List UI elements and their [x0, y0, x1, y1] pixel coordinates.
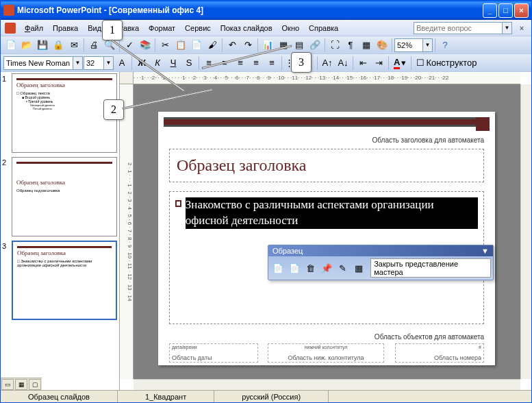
maximize-button[interactable]: □: [498, 3, 513, 18]
thumbnail-pane[interactable]: 1 Образец заголовка □ Образец текста ■ В…: [1, 72, 120, 390]
underline-icon[interactable]: Ч: [166, 56, 181, 71]
view-buttons: ▭ ▦ ▢: [1, 378, 42, 390]
format-painter-icon[interactable]: 🖌: [205, 38, 220, 53]
zoom-combo[interactable]: ▼: [394, 38, 433, 52]
email-icon[interactable]: ✉: [66, 38, 81, 53]
tables-borders-icon[interactable]: ▤: [292, 38, 307, 53]
inc-indent-icon[interactable]: ⇥: [371, 56, 386, 71]
slideshow-view-icon[interactable]: ▢: [29, 379, 41, 390]
grid-icon[interactable]: ▦: [359, 38, 374, 53]
sorter-view-icon[interactable]: ▦: [15, 379, 27, 390]
menu-edit[interactable]: Правка: [48, 23, 83, 34]
footer-placeholder[interactable]: нижний колонтитулОбласть ниж. колонтитул…: [268, 343, 384, 363]
status-language[interactable]: русский (Россия): [214, 391, 329, 402]
thumbnail-3[interactable]: Образец заголовка □ Знакомство с различн…: [12, 241, 117, 320]
show-format-icon[interactable]: ¶: [343, 38, 358, 53]
save-icon[interactable]: 💾: [35, 38, 50, 53]
window-title: Microsoft PowerPoint - [Современный офис…: [17, 5, 483, 15]
help-search-input[interactable]: [414, 22, 503, 34]
date-placeholder[interactable]: дата/времяОбласть даты: [169, 343, 258, 363]
formatting-toolbar: ▼ ▼ A Ж К Ч S ≡ ≡ ≡ ≡ ≡ ⋮≡ •≡ A↑ A↓ ⇤ ⇥ …: [1, 54, 531, 72]
app-icon: [3, 5, 14, 16]
master-toolbar-title: Образец: [273, 247, 303, 255]
statusbar: Образец слайдов 1_Квадрант русский (Росс…: [1, 390, 531, 402]
titlebar: Microsoft PowerPoint - [Современный офис…: [1, 1, 531, 20]
font-name-combo[interactable]: ▼: [3, 56, 83, 70]
menu-format[interactable]: Формат: [144, 23, 180, 34]
dec-indent-icon[interactable]: ⇤: [355, 56, 370, 71]
delete-master-icon[interactable]: 🗑: [303, 260, 318, 276]
title-placeholder[interactable]: Образец заголовка: [169, 149, 484, 182]
mdi-close-button[interactable]: ×: [516, 23, 527, 34]
status-design: 1_Квадрант: [118, 391, 214, 402]
scrollbar-vertical[interactable]: [520, 84, 531, 379]
thumb-number: 3: [2, 241, 12, 320]
thumbnail-1[interactable]: Образец заголовка □ Образец текста ■ Вто…: [12, 73, 117, 153]
callout-1: 1: [102, 20, 123, 40]
ruler-horizontal[interactable]: · · ·1· · ·2· · ·1· · · · · ·1· · ·2· · …: [134, 72, 520, 84]
cut-icon[interactable]: ✂: [157, 38, 173, 53]
new-icon[interactable]: 📄: [3, 38, 18, 53]
menu-slideshow[interactable]: Показ слайдов: [216, 23, 277, 34]
font-color-icon[interactable]: A ▾: [391, 56, 409, 71]
menubar: ФФайлайл Правка Вид Вставка Формат Серви…: [1, 20, 531, 36]
distributed-icon[interactable]: ≡: [264, 56, 279, 71]
new-title-master-icon[interactable]: 📄: [287, 260, 302, 276]
paste-icon[interactable]: 📄: [189, 38, 204, 53]
font-name-input[interactable]: [4, 57, 73, 69]
status-left: Образец слайдов: [1, 391, 118, 402]
copy-icon[interactable]: 📋: [173, 38, 188, 53]
editor-area: · · ·1· · ·2· · ·1· · · · · ·1· · ·2· · …: [120, 72, 531, 390]
selected-text[interactable]: Знакомство с различными аспектами органи…: [186, 197, 478, 229]
menu-help[interactable]: Справка: [304, 23, 343, 34]
master-toolbar-dropdown-icon[interactable]: ▼: [481, 247, 489, 255]
thumb-number: 1: [2, 73, 12, 153]
expand-icon[interactable]: ⛶: [327, 38, 342, 53]
undo-icon[interactable]: ↶: [225, 38, 240, 53]
menu-file[interactable]: ФФайлайл: [20, 23, 48, 34]
normal-view-icon[interactable]: ▭: [1, 379, 14, 390]
inc-font-icon[interactable]: A↑: [320, 56, 335, 71]
scrollbar-horizontal[interactable]: [134, 379, 520, 390]
thumb-number: 2: [2, 157, 12, 236]
preserve-master-icon[interactable]: 📌: [319, 260, 334, 276]
master-layout-icon[interactable]: ▦: [352, 260, 367, 276]
number-placeholder[interactable]: #Область номера: [395, 343, 484, 363]
thumbnail-2[interactable]: Образец заголовка Образец подзаголовка: [12, 157, 117, 236]
font-size-input[interactable]: [84, 57, 103, 69]
slide[interactable]: Область заголовка для автомакета Образец…: [158, 112, 495, 365]
bullet-icon: [175, 200, 181, 207]
callout-2: 2: [103, 99, 124, 120]
menu-tools[interactable]: Сервис: [180, 23, 216, 34]
zoom-input[interactable]: [395, 39, 422, 51]
rename-master-icon[interactable]: ✎: [335, 260, 351, 276]
title-area-label: Область заголовка для автомакета: [372, 136, 484, 144]
redo-icon[interactable]: ↷: [240, 38, 255, 53]
permission-icon[interactable]: 🔒: [51, 38, 66, 53]
close-button[interactable]: ×: [514, 3, 529, 18]
object-area-label: Область объектов для автомакета: [375, 333, 484, 341]
menu-window[interactable]: Окно: [277, 23, 305, 34]
slide-canvas[interactable]: Область заголовка для автомакета Образец…: [134, 84, 520, 379]
font-dec-icon[interactable]: A: [114, 56, 129, 71]
hyperlink-icon[interactable]: 🔗: [307, 38, 322, 53]
color-icon[interactable]: 🎨: [375, 38, 390, 53]
help-dropdown[interactable]: ▼: [503, 22, 512, 34]
font-size-combo[interactable]: ▼: [84, 56, 114, 70]
new-slide-master-icon[interactable]: 📄: [270, 260, 286, 276]
print-icon[interactable]: 🖨: [86, 38, 101, 53]
minimize-button[interactable]: _: [483, 3, 497, 18]
research-icon[interactable]: 📚: [138, 38, 153, 53]
ruler-vertical[interactable]: 2 · 1 · · · 1 · 2 · 3 · 4 · 5 · 6 · 7 · …: [120, 84, 134, 379]
master-toolbar[interactable]: Образец▼ 📄 📄 🗑 📌 ✎ ▦ Закрыть представлен…: [268, 245, 494, 280]
ruler-corner: [120, 72, 134, 84]
callout-3: 3: [291, 52, 312, 73]
dec-font-icon[interactable]: A↓: [335, 56, 351, 71]
help-icon[interactable]: ?: [438, 38, 453, 53]
shadow-icon[interactable]: S: [181, 56, 197, 71]
justify-icon[interactable]: ≡: [249, 56, 264, 71]
close-master-button[interactable]: Закрыть представление мастера: [370, 258, 491, 278]
document-icon[interactable]: [5, 23, 16, 34]
designer-button[interactable]: ☐ Конструктор: [414, 56, 479, 71]
open-icon[interactable]: 📂: [19, 38, 34, 53]
